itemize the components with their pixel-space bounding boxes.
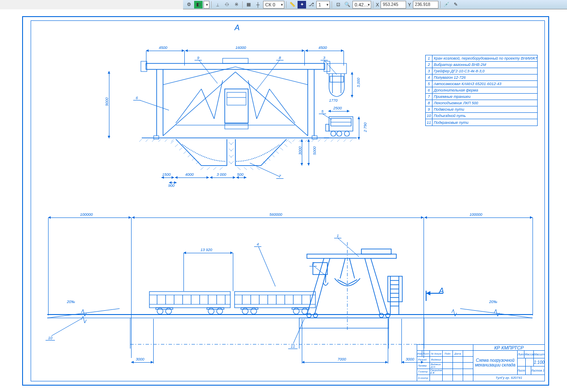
svg-line-64 — [272, 155, 275, 157]
dim-4500-r: 4500 — [318, 46, 327, 50]
svg-line-46 — [213, 167, 216, 170]
coord-y-label: Y — [407, 2, 412, 7]
svg-line-69 — [152, 139, 155, 142]
svg-rect-26 — [330, 76, 344, 82]
svg-point-115 — [208, 308, 214, 314]
svg-line-14 — [214, 80, 223, 119]
svg-rect-20 — [227, 92, 246, 105]
grid-icon[interactable]: ▦ — [244, 1, 253, 9]
ruler-icon[interactable]: 📏 — [288, 1, 297, 9]
branch-icon[interactable]: ⎇ — [307, 1, 315, 9]
svg-line-44 — [200, 167, 203, 170]
svg-line-89 — [322, 114, 332, 120]
svg-line-39 — [179, 148, 182, 150]
svg-rect-98 — [299, 318, 389, 328]
svg-line-84 — [350, 139, 352, 142]
dim-1770: 1770 — [329, 98, 338, 103]
svg-line-38 — [175, 144, 178, 147]
axis-icon[interactable]: ┼ — [254, 1, 262, 9]
svg-line-145 — [349, 258, 355, 278]
eraser-icon[interactable]: ◧ — [194, 1, 203, 9]
drawing-frame-outer: А — [22, 16, 549, 386]
dim-100000-r: 100000 — [470, 212, 482, 217]
dim-4500-l: 4500 — [159, 46, 167, 50]
org: ТулГу гр. 620741 — [473, 375, 544, 381]
svg-line-61 — [284, 144, 287, 147]
perpendicular-icon[interactable]: ⟂ — [213, 1, 222, 9]
svg-rect-19 — [225, 89, 248, 123]
svg-point-132 — [251, 308, 257, 314]
dim-4000: 4000 — [185, 172, 194, 177]
layer-dropdown[interactable]: СК 0 — [263, 1, 284, 9]
coord-x-field[interactable]: 953.245 — [381, 1, 406, 9]
section-label-a-arrow: А — [439, 286, 444, 295]
svg-line-57 — [244, 167, 247, 170]
svg-line-165 — [314, 266, 326, 276]
svg-line-167 — [52, 319, 81, 336]
svg-line-87 — [324, 60, 337, 74]
svg-line-79 — [324, 139, 327, 142]
dim-plan-7000: 7000 — [338, 357, 346, 361]
svg-point-114 — [166, 308, 172, 314]
zoom-dropdown[interactable]: 0.42… — [352, 1, 371, 9]
point-icon[interactable]: ※ — [232, 1, 241, 9]
svg-point-113 — [157, 308, 163, 314]
dim-1500: 1500 — [162, 172, 171, 177]
svg-line-144 — [340, 258, 345, 278]
doc-code: КР КМПРТСР — [473, 345, 544, 351]
svg-point-157 — [313, 313, 318, 318]
svg-line-81 — [331, 139, 333, 142]
zoom-fit-icon[interactable]: ⊡ — [334, 1, 342, 9]
coord-x-label: X — [375, 2, 380, 7]
title-block: КР КМПРТСР Изм Лист № докум Подп Дата Ра… — [417, 344, 544, 381]
svg-line-93 — [47, 309, 120, 318]
svg-rect-101 — [149, 292, 230, 308]
svg-line-88 — [139, 100, 169, 110]
drawing-canvas[interactable]: А — [0, 9, 567, 392]
slope-l: 20‰ — [67, 300, 75, 304]
svg-point-156 — [307, 313, 311, 318]
dim-plan-3000-l: 3000 — [136, 357, 144, 361]
gear-icon[interactable]: ⚙ — [185, 1, 193, 9]
svg-line-62 — [280, 148, 283, 150]
svg-line-86 — [256, 60, 280, 91]
svg-line-53 — [231, 149, 234, 151]
svg-line-70 — [158, 139, 161, 142]
svg-line-168 — [293, 319, 304, 343]
svg-line-83 — [344, 139, 346, 142]
zoom-icon[interactable]: 🔍 — [343, 1, 352, 9]
svg-point-32 — [344, 131, 349, 136]
eraser-mode-dropdown[interactable] — [203, 1, 209, 9]
svg-line-12 — [176, 89, 201, 123]
svg-line-85 — [199, 60, 218, 83]
dim-16000: 16000 — [235, 46, 246, 50]
svg-line-63 — [276, 151, 279, 154]
svg-line-42 — [192, 158, 195, 160]
svg-line-77 — [312, 139, 314, 142]
svg-point-131 — [242, 308, 248, 314]
svg-line-45 — [207, 167, 210, 170]
eyedropper-icon[interactable]: 💉 — [442, 1, 451, 9]
svg-line-141 — [371, 258, 388, 315]
dim-plan-3000-r: 3000 — [406, 357, 414, 361]
svg-rect-3 — [223, 58, 248, 63]
dim-2500: 2500 — [333, 106, 342, 110]
svg-point-31 — [337, 131, 342, 136]
svg-rect-36 — [312, 136, 317, 139]
snap-icon[interactable]: ✦ — [298, 1, 306, 9]
scale-dropdown[interactable]: 1 — [316, 1, 330, 9]
dim-560000: 560000 — [269, 212, 282, 217]
coord-y-field[interactable]: 236.918 — [413, 1, 438, 9]
svg-line-164 — [338, 238, 359, 257]
dim-13920: 13 920 — [200, 248, 212, 252]
cad-toolbar: ⚙ ◧ ⟂ ⦵ ※ ▦ ┼ СК 0 📏 ✦ ⎇ 1 ⊡ 🔍 0.42… X 9… — [183, 0, 567, 9]
dropper-icon[interactable]: ✎ — [452, 1, 460, 9]
tangent-icon[interactable]: ⦵ — [223, 1, 231, 9]
dim-9000: 9000 — [105, 97, 109, 106]
dim-900: 900 — [168, 183, 175, 188]
svg-line-54 — [231, 155, 234, 157]
dim-b3000: 3 000 — [217, 172, 226, 177]
dim-3000: 3,000 — [356, 78, 361, 88]
dim-2790: 2 790 — [363, 123, 367, 132]
svg-line-71 — [165, 139, 167, 142]
